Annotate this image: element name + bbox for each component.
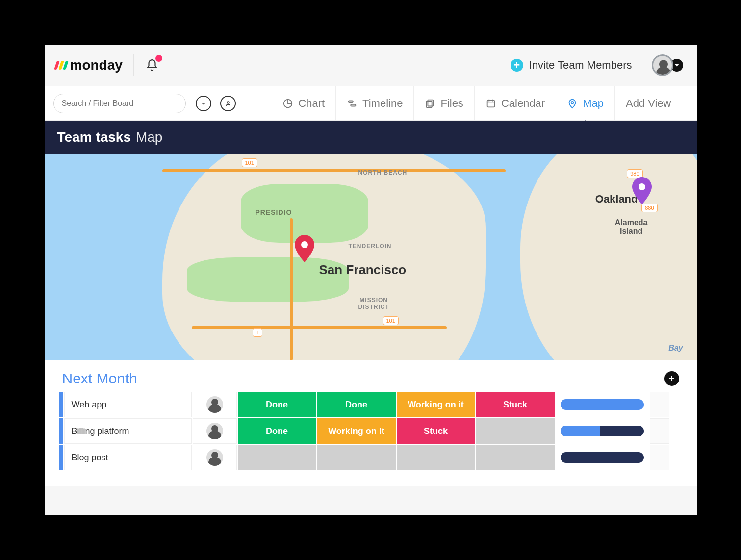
- status-cell[interactable]: Working on it: [397, 392, 475, 417]
- table-row[interactable]: Blog post: [59, 445, 682, 470]
- add-view-button[interactable]: Add View: [614, 86, 682, 120]
- map-canvas[interactable]: San Francisco Oakland PRESIDIO NORTH BEA…: [45, 154, 697, 360]
- row-color-bar: [59, 445, 63, 470]
- tab-files[interactable]: Files: [413, 86, 474, 120]
- tab-timeline[interactable]: Timeline: [335, 86, 413, 120]
- road-badge: 880: [641, 204, 657, 212]
- map-pin-icon[interactable]: [632, 177, 652, 204]
- place-label: MISSION DISTRICT: [358, 297, 389, 310]
- row-color-bar: [59, 392, 63, 417]
- task-name[interactable]: Web app: [64, 392, 192, 417]
- status-cell[interactable]: Stuck: [476, 392, 555, 417]
- place-label: Bay: [668, 344, 683, 353]
- tab-label: Timeline: [362, 97, 403, 110]
- tab-label: Chart: [298, 97, 325, 110]
- avatar-icon: [206, 396, 223, 413]
- account-menu[interactable]: [652, 54, 683, 76]
- search-input[interactable]: [53, 94, 186, 113]
- app-frame: monday + Invite Team Members: [45, 45, 697, 515]
- road-badge: 1: [253, 328, 262, 337]
- status-cell[interactable]: Working on it: [317, 418, 396, 444]
- notifications-bell-icon[interactable]: [145, 58, 159, 73]
- assignee-avatar[interactable]: [193, 418, 237, 444]
- notification-dot-icon: [155, 55, 162, 62]
- tab-calendar[interactable]: Calendar: [474, 86, 556, 120]
- tab-label: Map: [583, 97, 604, 110]
- row-tail: [650, 418, 669, 444]
- status-cell[interactable]: [238, 445, 316, 470]
- place-label: Alameda Island: [615, 218, 648, 236]
- landmass: [520, 154, 697, 360]
- progress-bar: [561, 452, 644, 463]
- view-tabs: Chart Timeline Files Calendar Map Add Vi…: [272, 86, 682, 120]
- status-cell[interactable]: [476, 445, 555, 470]
- status-cell[interactable]: [476, 418, 555, 444]
- tab-label: Files: [440, 97, 463, 110]
- assignee-avatar[interactable]: [193, 445, 237, 470]
- filter-icon[interactable]: [196, 96, 211, 111]
- svg-rect-2: [349, 101, 353, 102]
- plus-circle-icon: +: [511, 59, 523, 72]
- place-label: PRESIDIO: [256, 208, 292, 216]
- highway: [290, 218, 293, 360]
- add-view-label: Add View: [626, 97, 671, 110]
- avatar-icon: [206, 449, 223, 466]
- table-row[interactable]: Web appDoneDoneWorking on itStuck: [59, 392, 682, 417]
- svg-point-8: [301, 241, 308, 248]
- map-pin-icon[interactable]: [295, 235, 314, 262]
- page-title-bar: Team tasks Map: [45, 120, 697, 154]
- status-cell[interactable]: Stuck: [397, 418, 475, 444]
- tab-chart[interactable]: Chart: [272, 86, 335, 120]
- invite-label: Invite Team Members: [529, 59, 632, 72]
- tab-map[interactable]: Map: [556, 86, 614, 120]
- progress-bar: [561, 399, 644, 410]
- road-badge: 101: [383, 316, 399, 325]
- files-icon: [425, 98, 435, 109]
- user-avatar-icon: [652, 54, 673, 76]
- status-cell[interactable]: Done: [317, 392, 396, 417]
- group-next-month: Next Month + Web appDoneDoneWorking on i…: [45, 360, 697, 486]
- place-label: San Francisco: [319, 262, 407, 278]
- status-cell[interactable]: [397, 445, 475, 470]
- progress-cell[interactable]: [556, 392, 649, 417]
- svg-point-9: [639, 183, 645, 190]
- pie-chart-icon: [282, 98, 293, 109]
- topbar: monday + Invite Team Members: [45, 45, 697, 86]
- invite-team-button[interactable]: + Invite Team Members: [511, 59, 632, 72]
- brand-name: monday: [70, 57, 123, 73]
- avatar-icon: [206, 423, 223, 439]
- add-item-button[interactable]: +: [664, 371, 679, 386]
- table-row[interactable]: Billing platformDoneWorking on itStuck: [59, 418, 682, 444]
- task-name[interactable]: Blog post: [64, 445, 192, 470]
- svg-rect-6: [487, 100, 495, 107]
- logo[interactable]: monday: [55, 57, 123, 73]
- group-title[interactable]: Next Month: [62, 370, 137, 387]
- progress-cell[interactable]: [556, 418, 649, 444]
- tab-label: Calendar: [501, 97, 545, 110]
- person-filter-icon[interactable]: [220, 96, 236, 111]
- task-name[interactable]: Billing platform: [64, 418, 192, 444]
- place-label: Oakland: [595, 193, 638, 205]
- progress-fill: [561, 399, 644, 410]
- svg-point-7: [571, 101, 574, 103]
- svg-point-0: [227, 102, 229, 103]
- logo-mark-icon: [55, 61, 67, 70]
- progress-cell[interactable]: [556, 445, 649, 470]
- status-cell[interactable]: Done: [238, 418, 316, 444]
- row-tail: [650, 445, 669, 470]
- calendar-icon: [485, 98, 496, 109]
- highway: [192, 326, 447, 329]
- board-name: Team tasks: [57, 129, 131, 145]
- view-name: Map: [136, 129, 162, 145]
- row-tail: [650, 392, 669, 417]
- status-cell[interactable]: [317, 445, 396, 470]
- highway: [162, 169, 506, 172]
- map-pin-icon: [567, 98, 578, 109]
- row-color-bar: [59, 418, 63, 444]
- views-toolbar: Chart Timeline Files Calendar Map Add Vi…: [45, 86, 697, 120]
- assignee-avatar[interactable]: [193, 392, 237, 417]
- status-cell[interactable]: Done: [238, 392, 316, 417]
- place-label: NORTH BEACH: [358, 169, 408, 176]
- road-badge: 101: [242, 158, 257, 167]
- place-label: TENDERLOIN: [349, 243, 392, 250]
